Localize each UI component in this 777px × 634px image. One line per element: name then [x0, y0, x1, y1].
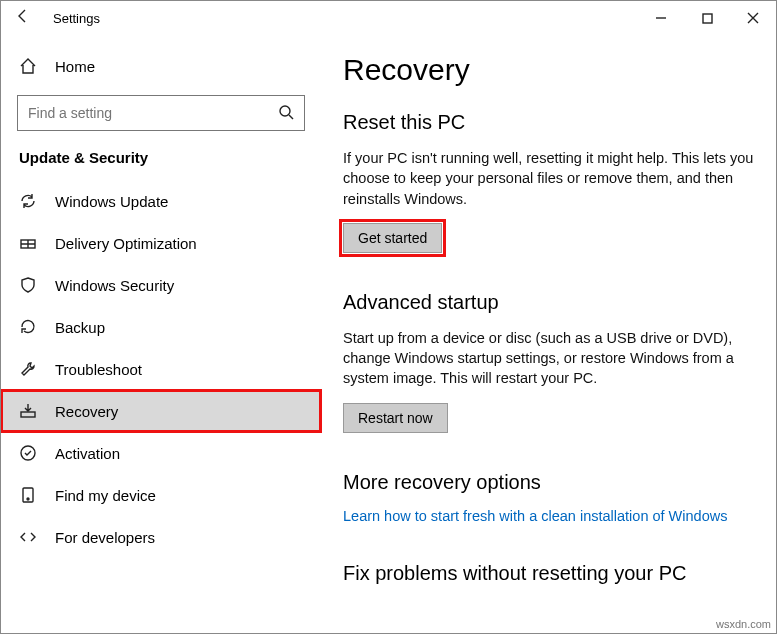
nav-label: Recovery	[55, 403, 118, 420]
svg-point-1	[280, 106, 290, 116]
svg-rect-0	[703, 14, 712, 23]
nav-label: Windows Update	[55, 193, 168, 210]
advanced-desc: Start up from a device or disc (such as …	[343, 328, 754, 389]
sync-icon	[19, 192, 37, 210]
code-icon	[19, 528, 37, 546]
nav-for-developers[interactable]: For developers	[1, 516, 321, 558]
nav-recovery[interactable]: Recovery	[1, 390, 321, 432]
close-button[interactable]	[730, 1, 776, 35]
home-icon	[19, 57, 37, 75]
get-started-button[interactable]: Get started	[343, 223, 442, 253]
location-icon	[19, 486, 37, 504]
nav-label: Find my device	[55, 487, 156, 504]
home-label: Home	[55, 58, 95, 75]
nav-backup[interactable]: Backup	[1, 306, 321, 348]
home-nav[interactable]: Home	[1, 47, 321, 85]
watermark: wsxdn.com	[716, 618, 771, 630]
reset-heading: Reset this PC	[343, 111, 754, 134]
back-button[interactable]	[9, 8, 37, 29]
nav-troubleshoot[interactable]: Troubleshoot	[1, 348, 321, 390]
nav-label: Activation	[55, 445, 120, 462]
more-heading: More recovery options	[343, 471, 754, 494]
nav-label: Windows Security	[55, 277, 174, 294]
search-input[interactable]	[28, 105, 278, 121]
maximize-button[interactable]	[684, 1, 730, 35]
nav-label: Backup	[55, 319, 105, 336]
reset-section: Reset this PC If your PC isn't running w…	[343, 111, 754, 253]
more-section: More recovery options Learn how to start…	[343, 471, 754, 524]
svg-point-6	[27, 498, 29, 500]
recovery-icon	[19, 402, 37, 420]
minimize-button[interactable]	[638, 1, 684, 35]
restart-now-button[interactable]: Restart now	[343, 403, 448, 433]
nav-windows-security[interactable]: Windows Security	[1, 264, 321, 306]
nav-label: Troubleshoot	[55, 361, 142, 378]
wrench-icon	[19, 360, 37, 378]
nav-windows-update[interactable]: Windows Update	[1, 180, 321, 222]
page-title: Recovery	[343, 53, 754, 87]
reset-desc: If your PC isn't running well, resetting…	[343, 148, 754, 209]
check-icon	[19, 444, 37, 462]
sidebar: Home Update & Security Windows Update De…	[1, 35, 321, 633]
shield-icon	[19, 276, 37, 294]
search-icon	[278, 104, 294, 123]
delivery-icon	[19, 234, 37, 252]
window-title: Settings	[53, 11, 100, 26]
svg-rect-3	[21, 412, 35, 417]
category-heading: Update & Security	[1, 149, 321, 180]
backup-icon	[19, 318, 37, 336]
nav-label: For developers	[55, 529, 155, 546]
clean-install-link[interactable]: Learn how to start fresh with a clean in…	[343, 508, 754, 524]
nav-delivery-optimization[interactable]: Delivery Optimization	[1, 222, 321, 264]
fix-heading: Fix problems without resetting your PC	[343, 562, 754, 585]
search-box[interactable]	[17, 95, 305, 131]
nav-find-my-device[interactable]: Find my device	[1, 474, 321, 516]
nav-activation[interactable]: Activation	[1, 432, 321, 474]
svg-point-4	[21, 446, 35, 460]
advanced-heading: Advanced startup	[343, 291, 754, 314]
titlebar: Settings	[1, 1, 776, 35]
content-pane: Recovery Reset this PC If your PC isn't …	[321, 35, 776, 633]
advanced-section: Advanced startup Start up from a device …	[343, 291, 754, 433]
nav-label: Delivery Optimization	[55, 235, 197, 252]
